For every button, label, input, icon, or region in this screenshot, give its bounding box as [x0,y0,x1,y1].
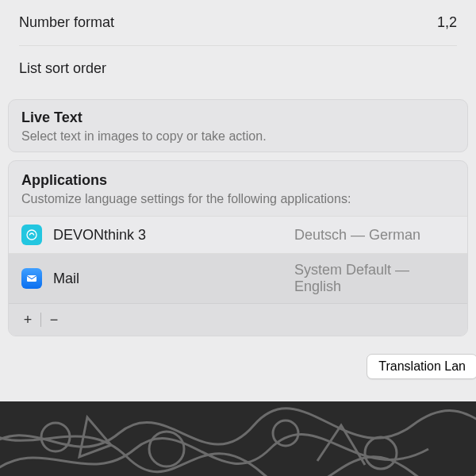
live-text-title: Live Text [21,109,455,126]
group-live-text[interactable]: Live Text Select text in images to copy … [8,99,468,152]
row-label: List sort order [19,60,106,77]
app-row-mail[interactable]: Mail System Default — English [9,253,467,303]
row-list-sort-order[interactable]: List sort order [0,46,476,91]
group-applications: Applications Customize language settings… [8,160,468,336]
envelope-icon [25,272,38,285]
add-button[interactable]: + [17,309,39,331]
live-text-subtitle: Select text in images to copy or take ac… [21,129,455,144]
applications-title: Applications [21,172,455,189]
app-name: DEVONthink 3 [53,227,212,244]
footer: Translation Lan [0,336,476,397]
toolbar-separator [40,313,41,327]
plus-icon: + [24,312,33,328]
remove-button[interactable]: − [43,309,65,331]
app-language: Deutsch — German [294,227,420,244]
svg-point-0 [27,230,36,240]
app-icon [21,268,42,289]
applications-toolbar: + − [9,303,467,336]
row-label: Number format [19,14,114,31]
row-number-format[interactable]: Number format 1,2 [0,0,476,45]
group-header: Applications Customize language settings… [9,161,467,216]
desktop-background [0,401,476,476]
devon-glyph-icon [25,228,38,241]
translation-languages-button[interactable]: Translation Lan [367,354,476,379]
app-name: Mail [53,271,212,287]
svg-rect-1 [27,275,36,282]
applications-subtitle: Customize language settings for the foll… [21,192,455,206]
app-icon [21,225,42,245]
minus-icon: − [50,312,59,328]
group-header: Live Text Select text in images to copy … [9,100,467,152]
row-value: 1,2 [437,14,457,31]
app-language: System Default — English [294,262,455,295]
applications-list: DEVONthink 3 Deutsch — German Mail Syste… [9,216,467,303]
app-row-devonthink[interactable]: DEVONthink 3 Deutsch — German [9,216,467,253]
